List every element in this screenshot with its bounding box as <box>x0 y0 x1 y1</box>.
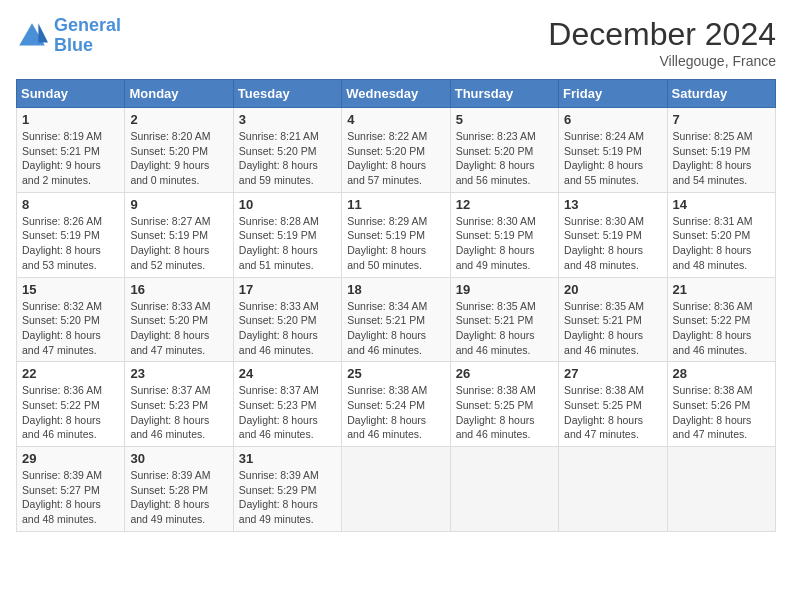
logo-text: General Blue <box>54 16 121 56</box>
day-number: 25 <box>347 366 444 381</box>
calendar-cell: 21Sunrise: 8:36 AMSunset: 5:22 PMDayligh… <box>667 277 775 362</box>
page-header: General Blue December 2024 Villegouge, F… <box>16 16 776 69</box>
day-number: 22 <box>22 366 119 381</box>
calendar-cell <box>667 447 775 532</box>
col-header-thursday: Thursday <box>450 80 558 108</box>
calendar-cell: 14Sunrise: 8:31 AMSunset: 5:20 PMDayligh… <box>667 192 775 277</box>
month-title: December 2024 <box>548 16 776 53</box>
calendar-week-2: 8Sunrise: 8:26 AMSunset: 5:19 PMDaylight… <box>17 192 776 277</box>
day-info: Sunrise: 8:22 AMSunset: 5:20 PMDaylight:… <box>347 129 444 188</box>
day-number: 5 <box>456 112 553 127</box>
calendar-cell <box>450 447 558 532</box>
day-info: Sunrise: 8:30 AMSunset: 5:19 PMDaylight:… <box>456 214 553 273</box>
calendar-cell: 3Sunrise: 8:21 AMSunset: 5:20 PMDaylight… <box>233 108 341 193</box>
day-info: Sunrise: 8:38 AMSunset: 5:24 PMDaylight:… <box>347 383 444 442</box>
day-number: 18 <box>347 282 444 297</box>
calendar-week-3: 15Sunrise: 8:32 AMSunset: 5:20 PMDayligh… <box>17 277 776 362</box>
calendar-cell: 22Sunrise: 8:36 AMSunset: 5:22 PMDayligh… <box>17 362 125 447</box>
col-header-monday: Monday <box>125 80 233 108</box>
day-info: Sunrise: 8:20 AMSunset: 5:20 PMDaylight:… <box>130 129 227 188</box>
calendar-cell: 15Sunrise: 8:32 AMSunset: 5:20 PMDayligh… <box>17 277 125 362</box>
day-info: Sunrise: 8:38 AMSunset: 5:26 PMDaylight:… <box>673 383 770 442</box>
title-area: December 2024 Villegouge, France <box>548 16 776 69</box>
day-number: 3 <box>239 112 336 127</box>
calendar-cell: 28Sunrise: 8:38 AMSunset: 5:26 PMDayligh… <box>667 362 775 447</box>
day-info: Sunrise: 8:37 AMSunset: 5:23 PMDaylight:… <box>239 383 336 442</box>
day-info: Sunrise: 8:27 AMSunset: 5:19 PMDaylight:… <box>130 214 227 273</box>
day-info: Sunrise: 8:38 AMSunset: 5:25 PMDaylight:… <box>564 383 661 442</box>
day-info: Sunrise: 8:33 AMSunset: 5:20 PMDaylight:… <box>130 299 227 358</box>
day-info: Sunrise: 8:35 AMSunset: 5:21 PMDaylight:… <box>564 299 661 358</box>
calendar-cell <box>342 447 450 532</box>
calendar-cell: 6Sunrise: 8:24 AMSunset: 5:19 PMDaylight… <box>559 108 667 193</box>
day-number: 13 <box>564 197 661 212</box>
day-number: 19 <box>456 282 553 297</box>
calendar-cell: 20Sunrise: 8:35 AMSunset: 5:21 PMDayligh… <box>559 277 667 362</box>
calendar-cell: 7Sunrise: 8:25 AMSunset: 5:19 PMDaylight… <box>667 108 775 193</box>
day-number: 16 <box>130 282 227 297</box>
day-info: Sunrise: 8:39 AMSunset: 5:28 PMDaylight:… <box>130 468 227 527</box>
day-number: 27 <box>564 366 661 381</box>
day-info: Sunrise: 8:21 AMSunset: 5:20 PMDaylight:… <box>239 129 336 188</box>
calendar-cell: 24Sunrise: 8:37 AMSunset: 5:23 PMDayligh… <box>233 362 341 447</box>
day-info: Sunrise: 8:39 AMSunset: 5:27 PMDaylight:… <box>22 468 119 527</box>
day-number: 21 <box>673 282 770 297</box>
calendar-cell: 12Sunrise: 8:30 AMSunset: 5:19 PMDayligh… <box>450 192 558 277</box>
day-number: 17 <box>239 282 336 297</box>
day-number: 14 <box>673 197 770 212</box>
day-number: 8 <box>22 197 119 212</box>
calendar-table: SundayMondayTuesdayWednesdayThursdayFrid… <box>16 79 776 532</box>
calendar-cell: 19Sunrise: 8:35 AMSunset: 5:21 PMDayligh… <box>450 277 558 362</box>
day-info: Sunrise: 8:33 AMSunset: 5:20 PMDaylight:… <box>239 299 336 358</box>
location-subtitle: Villegouge, France <box>548 53 776 69</box>
day-number: 9 <box>130 197 227 212</box>
day-info: Sunrise: 8:24 AMSunset: 5:19 PMDaylight:… <box>564 129 661 188</box>
calendar-cell: 25Sunrise: 8:38 AMSunset: 5:24 PMDayligh… <box>342 362 450 447</box>
calendar-header-row: SundayMondayTuesdayWednesdayThursdayFrid… <box>17 80 776 108</box>
day-number: 12 <box>456 197 553 212</box>
calendar-cell: 4Sunrise: 8:22 AMSunset: 5:20 PMDaylight… <box>342 108 450 193</box>
day-info: Sunrise: 8:34 AMSunset: 5:21 PMDaylight:… <box>347 299 444 358</box>
calendar-cell: 5Sunrise: 8:23 AMSunset: 5:20 PMDaylight… <box>450 108 558 193</box>
day-number: 4 <box>347 112 444 127</box>
day-number: 10 <box>239 197 336 212</box>
day-info: Sunrise: 8:38 AMSunset: 5:25 PMDaylight:… <box>456 383 553 442</box>
col-header-saturday: Saturday <box>667 80 775 108</box>
day-info: Sunrise: 8:29 AMSunset: 5:19 PMDaylight:… <box>347 214 444 273</box>
calendar-cell: 16Sunrise: 8:33 AMSunset: 5:20 PMDayligh… <box>125 277 233 362</box>
day-number: 6 <box>564 112 661 127</box>
day-number: 1 <box>22 112 119 127</box>
svg-marker-1 <box>38 23 48 42</box>
day-info: Sunrise: 8:36 AMSunset: 5:22 PMDaylight:… <box>22 383 119 442</box>
day-info: Sunrise: 8:28 AMSunset: 5:19 PMDaylight:… <box>239 214 336 273</box>
day-info: Sunrise: 8:32 AMSunset: 5:20 PMDaylight:… <box>22 299 119 358</box>
day-info: Sunrise: 8:35 AMSunset: 5:21 PMDaylight:… <box>456 299 553 358</box>
col-header-tuesday: Tuesday <box>233 80 341 108</box>
day-info: Sunrise: 8:23 AMSunset: 5:20 PMDaylight:… <box>456 129 553 188</box>
calendar-cell: 30Sunrise: 8:39 AMSunset: 5:28 PMDayligh… <box>125 447 233 532</box>
calendar-cell: 18Sunrise: 8:34 AMSunset: 5:21 PMDayligh… <box>342 277 450 362</box>
day-info: Sunrise: 8:36 AMSunset: 5:22 PMDaylight:… <box>673 299 770 358</box>
day-number: 11 <box>347 197 444 212</box>
calendar-cell: 13Sunrise: 8:30 AMSunset: 5:19 PMDayligh… <box>559 192 667 277</box>
calendar-week-5: 29Sunrise: 8:39 AMSunset: 5:27 PMDayligh… <box>17 447 776 532</box>
day-number: 2 <box>130 112 227 127</box>
day-info: Sunrise: 8:37 AMSunset: 5:23 PMDaylight:… <box>130 383 227 442</box>
calendar-cell: 31Sunrise: 8:39 AMSunset: 5:29 PMDayligh… <box>233 447 341 532</box>
calendar-cell: 9Sunrise: 8:27 AMSunset: 5:19 PMDaylight… <box>125 192 233 277</box>
calendar-cell: 1Sunrise: 8:19 AMSunset: 5:21 PMDaylight… <box>17 108 125 193</box>
calendar-cell: 26Sunrise: 8:38 AMSunset: 5:25 PMDayligh… <box>450 362 558 447</box>
logo: General Blue <box>16 16 121 56</box>
day-number: 30 <box>130 451 227 466</box>
day-number: 26 <box>456 366 553 381</box>
calendar-cell: 2Sunrise: 8:20 AMSunset: 5:20 PMDaylight… <box>125 108 233 193</box>
day-number: 29 <box>22 451 119 466</box>
calendar-cell: 27Sunrise: 8:38 AMSunset: 5:25 PMDayligh… <box>559 362 667 447</box>
calendar-cell: 17Sunrise: 8:33 AMSunset: 5:20 PMDayligh… <box>233 277 341 362</box>
day-number: 23 <box>130 366 227 381</box>
day-info: Sunrise: 8:19 AMSunset: 5:21 PMDaylight:… <box>22 129 119 188</box>
col-header-sunday: Sunday <box>17 80 125 108</box>
day-info: Sunrise: 8:26 AMSunset: 5:19 PMDaylight:… <box>22 214 119 273</box>
day-number: 24 <box>239 366 336 381</box>
calendar-cell: 8Sunrise: 8:26 AMSunset: 5:19 PMDaylight… <box>17 192 125 277</box>
